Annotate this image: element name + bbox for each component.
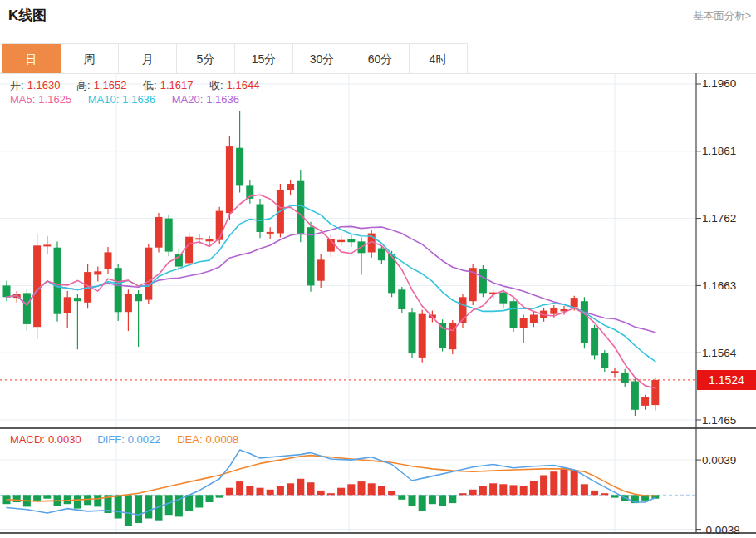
page-title: K线图 <box>8 6 47 25</box>
chart-hover-zone[interactable] <box>0 74 696 533</box>
tab-week[interactable]: 周 <box>61 44 119 74</box>
diff-value: 0.0022 <box>128 433 161 446</box>
y-axis-tick: 1.1663 <box>702 279 736 292</box>
tab-15min[interactable]: 15分 <box>235 44 293 74</box>
tab-day[interactable]: 日 <box>2 44 61 74</box>
high-label: 高: <box>76 79 91 91</box>
macd-axis-tick: 0.0039 <box>702 454 736 466</box>
high-value: 1.1652 <box>94 79 127 91</box>
open-label: 开: <box>10 79 24 91</box>
macd-axis-tick: -0.0038 <box>702 524 740 536</box>
y-axis-tick: 1.1762 <box>702 212 736 225</box>
ma10-label: MA10: <box>88 93 120 106</box>
ma20-label: MA20: <box>172 93 204 106</box>
y-axis-tick: 1.1960 <box>702 77 736 90</box>
tab-5min[interactable]: 5分 <box>177 44 235 74</box>
tab-month[interactable]: 月 <box>119 44 177 74</box>
dea-label: DEA: <box>177 433 202 446</box>
y-axis-tick: 1.1564 <box>702 347 736 359</box>
ma5-label: MA5: <box>10 93 35 106</box>
tab-60min[interactable]: 60分 <box>351 44 410 74</box>
ma-legend: MA5:1.1625 MA10:1.1636 MA20:1.1636 <box>10 93 243 106</box>
last-price-tag: 1.1524 <box>697 370 756 390</box>
macd-value: 0.0030 <box>48 433 81 446</box>
macd-label: MACD: <box>10 433 45 446</box>
kline-app: K线图 基本面分析> 日 周 月 5分 15分 30分 60分 4时 开:1.1… <box>0 0 756 538</box>
ma20-value: 1.1636 <box>206 93 239 106</box>
ma5-value: 1.1625 <box>38 93 71 106</box>
macd-legend: MACD:0.0030 DIFF:0.0022 DEA:0.0008 <box>10 433 242 446</box>
open-value: 1.1630 <box>27 79 61 91</box>
ohlc-legend: 开:1.1630 高:1.1652 低:1.1617 收:1.1644 <box>10 78 263 93</box>
ma10-value: 1.1636 <box>122 93 155 106</box>
tab-4hour[interactable]: 4时 <box>410 44 468 74</box>
y-axis-tick: 1.1861 <box>702 145 736 157</box>
dea-value: 0.0008 <box>206 433 239 446</box>
tab-30min[interactable]: 30分 <box>293 44 351 74</box>
close-label: 收: <box>209 79 223 91</box>
header: K线图 基本面分析> <box>0 0 756 27</box>
diff-label: DIFF: <box>97 433 125 446</box>
low-value: 1.1617 <box>160 79 194 91</box>
fundamental-analysis-link[interactable]: 基本面分析> <box>693 9 751 23</box>
y-axis-tick: 1.1465 <box>702 414 736 427</box>
low-label: 低: <box>143 79 157 91</box>
close-value: 1.1644 <box>227 79 260 91</box>
period-tabbar: 日 周 月 5分 15分 30分 60分 4时 <box>2 43 468 74</box>
